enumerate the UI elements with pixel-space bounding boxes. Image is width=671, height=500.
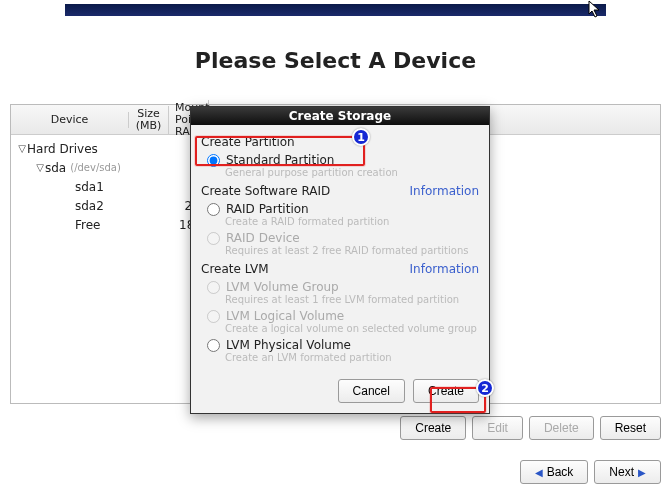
radio-standard-partition[interactable] [207, 154, 220, 167]
page-title: Please Select A Device [0, 48, 671, 73]
cancel-button[interactable]: Cancel [338, 379, 405, 403]
tree-disk-label: sda (/dev/sda) [45, 161, 163, 175]
radio-raid-device [207, 232, 220, 245]
opt-lvm-vg-desc: Requires at least 1 free LVM formated pa… [225, 294, 479, 305]
raid-info-link[interactable]: Information [410, 184, 479, 198]
dialog-actions: Cancel Create [191, 373, 489, 413]
next-button[interactable]: Next [594, 460, 661, 484]
footer-buttons: Create Edit Delete Reset [400, 416, 661, 440]
reset-button[interactable]: Reset [600, 416, 661, 440]
col-size[interactable]: Size(MB) [129, 106, 169, 134]
part-label: Free [61, 218, 179, 232]
opt-standard-desc: General purpose partition creation [225, 167, 479, 178]
radio-lvm-vg [207, 281, 220, 294]
device-path: (/dev/sda) [70, 162, 121, 173]
back-button[interactable]: Back [520, 460, 589, 484]
section-create-lvm: Create LVM Information [201, 262, 479, 276]
part-label: sda1 [61, 180, 179, 194]
dialog-create-button[interactable]: Create [413, 379, 479, 403]
opt-raid-partition[interactable]: RAID Partition [207, 202, 479, 216]
opt-lvm-lv: LVM Logical Volume [207, 309, 479, 323]
opt-raid-part-desc: Create a RAID formated partition [225, 216, 479, 227]
opt-lvm-lv-desc: Create a logical volume on selected volu… [225, 323, 479, 334]
tree-root-label: Hard Drives [27, 142, 145, 156]
lvm-info-link[interactable]: Information [410, 262, 479, 276]
edit-button: Edit [472, 416, 523, 440]
create-storage-dialog: Create Storage Create Partition Standard… [190, 106, 490, 414]
opt-lvm-vg: LVM Volume Group [207, 280, 479, 294]
section-create-raid: Create Software RAID Information [201, 184, 479, 198]
radio-lvm-lv [207, 310, 220, 323]
opt-lvm-pv[interactable]: LVM Physical Volume [207, 338, 479, 352]
triangle-right-icon [634, 465, 646, 479]
chevron-down-icon[interactable] [35, 162, 45, 173]
delete-button: Delete [529, 416, 594, 440]
triangle-left-icon [535, 465, 547, 479]
radio-lvm-pv[interactable] [207, 339, 220, 352]
opt-standard-partition[interactable]: Standard Partition [207, 153, 479, 167]
header-bar [65, 4, 606, 16]
opt-raid-device: RAID Device [207, 231, 479, 245]
part-label: sda2 [61, 199, 179, 213]
nav-buttons: Back Next [520, 460, 661, 484]
col-device[interactable]: Device [11, 112, 129, 128]
opt-lvm-pv-desc: Create an LVM formated partition [225, 352, 479, 363]
opt-raid-dev-desc: Requires at least 2 free RAID formated p… [225, 245, 479, 256]
radio-raid-partition[interactable] [207, 203, 220, 216]
create-button[interactable]: Create [400, 416, 466, 440]
dialog-title: Create Storage [191, 107, 489, 125]
chevron-down-icon[interactable] [17, 143, 27, 154]
section-create-partition: Create Partition [201, 135, 479, 149]
